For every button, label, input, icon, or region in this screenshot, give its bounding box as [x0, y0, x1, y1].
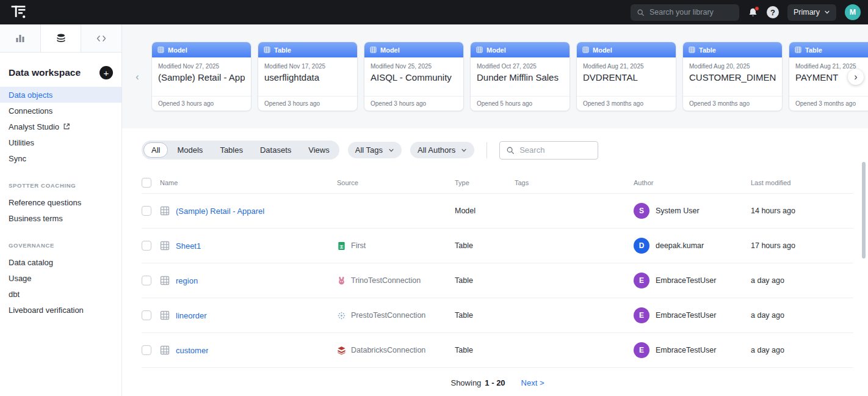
notifications-button[interactable] — [748, 7, 758, 18]
grid-icon — [160, 310, 170, 320]
showing-label: Showing — [450, 378, 481, 387]
card-title: CUSTOMER_DIMENSION — [689, 72, 776, 82]
sidebar-item-data-objects[interactable]: Data objects — [0, 87, 121, 103]
page-range: 1 - 20 — [485, 378, 505, 387]
table-row[interactable]: lineorder PrestoTestConnection Table E E… — [142, 298, 853, 333]
row-checkbox[interactable] — [142, 310, 151, 320]
sidebar-item-connections[interactable]: Connections — [0, 103, 121, 119]
chevron-down-icon — [461, 147, 467, 153]
source-cell: TrinoTestConnection — [337, 276, 455, 285]
object-name-link[interactable]: customer — [176, 346, 208, 355]
sidebar-item-business-terms[interactable]: Business terms — [0, 210, 121, 226]
org-label: Primary — [794, 8, 820, 16]
code-icon — [96, 33, 107, 44]
source-name: First — [351, 241, 366, 250]
recent-card[interactable]: Model Modified Aug 21, 2025DVDRENTAL Ope… — [576, 42, 676, 111]
tab-insights[interactable] — [0, 24, 41, 52]
table-header: Name Source Type Tags Author Last modifi… — [142, 172, 853, 194]
object-name-link[interactable]: region — [176, 276, 198, 285]
recent-card[interactable]: Table Modified Aug 20, 2025CUSTOMER_DIME… — [682, 42, 783, 111]
row-checkbox[interactable] — [142, 276, 151, 285]
carousel-prev-button[interactable]: ‹ — [129, 69, 145, 85]
org-switcher[interactable]: Primary — [787, 4, 836, 21]
last-modified-cell: 14 hours ago — [751, 207, 853, 215]
table-row[interactable]: customer DatabricksConnection Table E Em… — [142, 333, 853, 368]
notification-badge — [754, 6, 759, 11]
chevron-down-icon — [824, 9, 830, 15]
column-header-tags: Tags — [515, 179, 634, 186]
type-cell: Table — [455, 311, 515, 320]
scrollbar[interactable] — [862, 162, 866, 258]
card-opened: Opened 3 hours ago — [152, 96, 251, 111]
section-label-spotter-coaching: SPOTTER COACHING — [0, 182, 121, 189]
library-search[interactable] — [631, 4, 739, 21]
recent-card[interactable]: Model Modified Nov 27, 2025(Sample) Reta… — [151, 42, 251, 111]
card-title: Dunder Mifflin Sales — [477, 72, 563, 82]
objects-search[interactable] — [499, 141, 598, 160]
last-modified-cell: 17 hours ago — [751, 241, 853, 250]
grid-icon — [160, 345, 170, 355]
type-cell: Model — [455, 207, 515, 215]
tab-data[interactable] — [41, 24, 82, 52]
sidebar-item-reference-questions[interactable]: Reference questions — [0, 194, 121, 210]
author-name: EmbraceTestUser — [656, 276, 716, 285]
row-checkbox[interactable] — [142, 241, 151, 251]
object-name-link[interactable]: lineorder — [176, 311, 207, 320]
authors-dropdown[interactable]: All Authors — [410, 142, 474, 158]
recent-card[interactable]: Table Modified Nov 17, 2025userflightdat… — [258, 42, 358, 111]
recent-card[interactable]: Model Modified Oct 27, 2025Dunder Miffli… — [470, 42, 570, 111]
row-checkbox[interactable] — [142, 206, 151, 216]
grid-icon — [582, 46, 589, 53]
last-modified-cell: a day ago — [751, 276, 853, 285]
user-avatar[interactable]: M — [845, 4, 861, 20]
sidebar-item-dbt[interactable]: dbt — [0, 286, 121, 302]
recent-card[interactable]: Model Modified Nov 25, 2025AISQL - Commu… — [364, 42, 464, 111]
filter-bar: All Models Tables Datasets Views All Tag… — [142, 141, 853, 160]
grid-icon — [160, 276, 170, 285]
author-name: EmbraceTestUser — [656, 346, 716, 354]
card-modified: Modified Aug 20, 2025 — [689, 63, 776, 70]
source-cell: PrestoTestConnection — [337, 311, 455, 320]
sidebar-item-utilities[interactable]: Utilities — [0, 134, 121, 150]
filter-tab-views[interactable]: Views — [300, 142, 337, 158]
table-row[interactable]: Sheet1 First Table D deepak.kumar 17 hou… — [142, 229, 853, 263]
sidebar-item-analyst-studio[interactable]: Analyst Studio — [0, 119, 121, 134]
add-button[interactable]: + — [99, 66, 113, 79]
sidebar-item-liveboard-verification[interactable]: Liveboard verification — [0, 302, 121, 318]
card-modified: Modified Nov 17, 2025 — [264, 63, 351, 70]
filter-tab-tables[interactable]: Tables — [212, 142, 251, 158]
sidebar-item-sync[interactable]: Sync — [0, 150, 121, 166]
type-cell: Table — [455, 346, 515, 354]
author-name: EmbraceTestUser — [656, 311, 716, 320]
source-name: PrestoTestConnection — [351, 311, 425, 320]
card-title: userflightdata — [264, 72, 351, 82]
tags-dropdown[interactable]: All Tags — [348, 142, 402, 158]
card-title: (Sample) Retail - Apparel — [158, 72, 245, 82]
next-page-link[interactable]: Next > — [521, 378, 544, 387]
bar-chart-icon — [15, 33, 26, 44]
source-cell: First — [337, 241, 455, 251]
carousel-next-button[interactable]: › — [848, 69, 864, 85]
library-search-input[interactable] — [649, 8, 733, 16]
object-name-link[interactable]: (Sample) Retail - Apparel — [176, 207, 264, 216]
thoughtspot-logo-icon[interactable] — [10, 4, 27, 21]
filter-tab-models[interactable]: Models — [169, 142, 211, 158]
tab-developer[interactable] — [81, 24, 121, 52]
help-button[interactable]: ? — [767, 6, 779, 18]
filter-tab-datasets[interactable]: Datasets — [252, 142, 299, 158]
author-avatar: D — [634, 238, 649, 254]
sidebar-tab-strip — [0, 24, 121, 53]
row-checkbox[interactable] — [142, 345, 151, 355]
last-modified-cell: a day ago — [751, 346, 853, 354]
select-all-checkbox[interactable] — [142, 178, 151, 188]
last-modified-cell: a day ago — [751, 311, 853, 320]
database-icon — [56, 33, 67, 44]
sidebar-item-usage[interactable]: Usage — [0, 270, 121, 286]
sidebar-item-data-catalog[interactable]: Data catalog — [0, 254, 121, 270]
table-row[interactable]: region TrinoTestConnection Table E Embra… — [142, 263, 853, 298]
table-row[interactable]: (Sample) Retail - Apparel Model S System… — [142, 194, 853, 229]
objects-search-input[interactable] — [519, 145, 591, 155]
object-name-link[interactable]: Sheet1 — [176, 241, 201, 251]
author-cell: S System User — [634, 203, 751, 219]
filter-tab-all[interactable]: All — [143, 142, 168, 158]
